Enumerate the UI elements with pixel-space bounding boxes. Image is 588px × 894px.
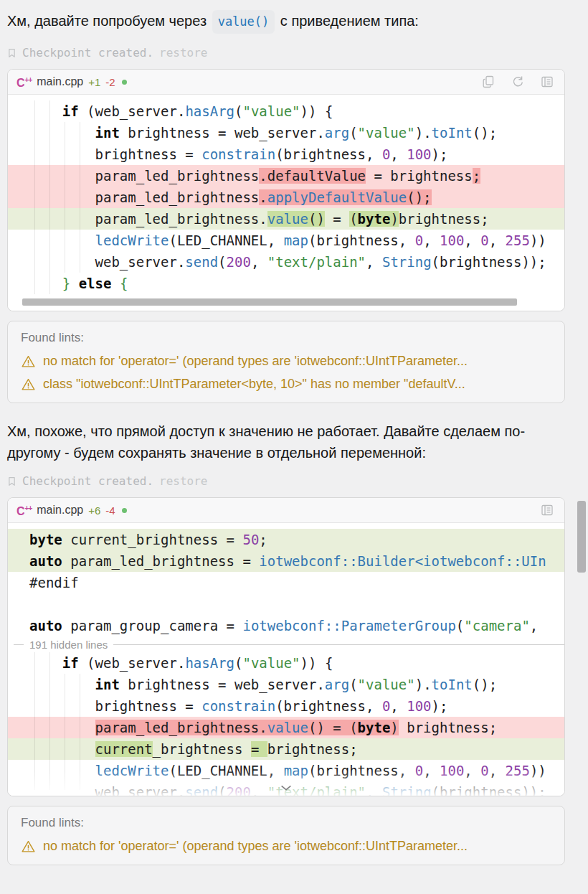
rerun-icon	[511, 75, 525, 89]
filename: main.cpp	[37, 75, 83, 88]
code-line	[8, 593, 564, 615]
status-dot	[122, 508, 127, 513]
code-body-2: byte current_brightness = 50;auto param_…	[8, 523, 564, 796]
copy-button[interactable]	[480, 73, 497, 90]
code-line: brightness = constrain(brightness, 0, 10…	[8, 695, 564, 717]
open-in-editor-icon	[540, 503, 554, 517]
message-text: Хм, давайте попробуем через	[7, 13, 211, 29]
lint-text: no match for 'operator=' (operand types …	[43, 839, 468, 854]
code-line: if (web_server.hasArg("value")) {	[8, 652, 564, 674]
code-line: int brightness = web_server.arg("value")…	[8, 122, 564, 143]
code-line: brightness = constrain(brightness, 0, 10…	[8, 143, 564, 165]
hidden-lines-divider[interactable]: 191 hidden lines	[8, 636, 564, 652]
chevron-down-icon	[280, 784, 293, 791]
chat-panel: Хм, давайте попробуем через value() с пр…	[0, 10, 588, 865]
lints-card-2: Found lints: no match for 'operator=' (o…	[7, 806, 565, 865]
code-header-2: C++ main.cpp +6 -4	[8, 498, 564, 523]
bookmark-icon	[7, 476, 16, 487]
copy-icon	[481, 75, 495, 89]
lint-item[interactable]: no match for 'operator=' (operand types …	[21, 354, 551, 369]
rerun-button[interactable]	[509, 73, 526, 90]
code-line: int brightness = web_server.arg("value")…	[8, 674, 564, 695]
code-lines: byte current_brightness = 50;auto param_…	[8, 529, 564, 636]
code-line: #endif	[8, 572, 564, 593]
cpp-file-icon: C++	[16, 503, 32, 517]
lints-card-1: Found lints: no match for 'operator=' (o…	[7, 321, 565, 403]
code-line: web_server.send(200, "text/plain", Strin…	[8, 251, 564, 273]
warning-icon	[21, 354, 36, 369]
lints-title: Found lints:	[21, 816, 551, 830]
lint-text: no match for 'operator=' (operand types …	[43, 354, 468, 369]
lint-list: no match for 'operator=' (operand types …	[21, 839, 551, 854]
hidden-lines-label: 191 hidden lines	[29, 639, 108, 651]
code-body-1: if (web_server.hasArg("value")) { int br…	[8, 95, 564, 311]
restore-link[interactable]: restore	[159, 46, 207, 60]
checkpoint-row-2: Checkpoint created. restore	[7, 474, 581, 488]
code-header-1: C++ main.cpp +1 -2	[8, 70, 564, 95]
lint-text: class "iotwebconf::UIntTParameter<byte, …	[43, 377, 465, 392]
removed-count: -4	[105, 504, 115, 517]
code-block-2: C++ main.cpp +6 -4 byte current_brightne…	[7, 497, 565, 796]
code-line: } else {	[8, 273, 564, 294]
open-in-editor-button[interactable]	[539, 502, 556, 519]
code-line: auto param_led_brightness = iotwebconf::…	[8, 550, 564, 572]
filename: main.cpp	[37, 504, 83, 517]
lint-list: no match for 'operator=' (operand types …	[21, 354, 551, 392]
horizontal-scrollbar-thumb[interactable]	[22, 298, 517, 306]
inline-code-chip: value()	[212, 10, 275, 34]
code-line: param_led_brightness.defaultValue = brig…	[8, 165, 564, 187]
message-text: с приведением типа:	[276, 13, 419, 29]
expand-code-button[interactable]	[280, 783, 293, 794]
code-block-1: C++ main.cpp +1 -2 if (web_server.hasArg…	[7, 69, 565, 311]
code-line: ledcWrite(LED_CHANNEL, map(brightness, 0…	[8, 230, 564, 251]
code-line: current_brightness = brightness;	[8, 738, 564, 760]
page-scrollbar-thumb[interactable]	[577, 501, 586, 573]
cpp-file-icon: C++	[16, 75, 32, 89]
checkpoint-label: Checkpoint created.	[22, 474, 153, 488]
added-count: +1	[88, 76, 100, 88]
warning-icon	[21, 839, 36, 854]
code-line: auto param_group_camera = iotwebconf::Pa…	[8, 615, 564, 636]
assistant-message-2: Хм, похоже, что прямой доступ к значению…	[7, 420, 541, 464]
code-lines: if (web_server.hasArg("value")) { int br…	[8, 100, 564, 294]
bookmark-icon	[7, 47, 16, 59]
code-line: param_led_brightness.value() = (byte)bri…	[8, 208, 564, 230]
restore-link[interactable]: restore	[159, 474, 207, 488]
lint-item[interactable]: no match for 'operator=' (operand types …	[21, 839, 551, 854]
code-line: param_led_brightness.applyDefaultValue()…	[8, 187, 564, 208]
removed-count: -2	[105, 76, 115, 88]
open-in-editor-icon	[540, 75, 554, 89]
warning-icon	[21, 377, 36, 392]
lint-item[interactable]: class "iotwebconf::UIntTParameter<byte, …	[21, 377, 551, 392]
checkpoint-row-1: Checkpoint created. restore	[7, 46, 581, 60]
checkpoint-label: Checkpoint created.	[22, 46, 153, 60]
open-in-editor-button[interactable]	[539, 73, 556, 90]
code-line: byte current_brightness = 50;	[8, 529, 564, 550]
code-line: if (web_server.hasArg("value")) {	[8, 100, 564, 122]
added-count: +6	[88, 504, 100, 517]
horizontal-scrollbar	[15, 298, 557, 306]
status-dot	[122, 80, 127, 85]
code-line: param_led_brightness.value() = (byte) br…	[8, 717, 564, 738]
lints-title: Found lints:	[21, 331, 551, 345]
assistant-message-1: Хм, давайте попробуем через value() с пр…	[7, 10, 541, 34]
